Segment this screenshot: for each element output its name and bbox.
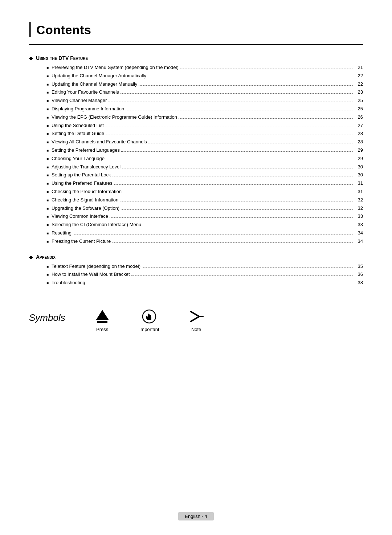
important-icon: [141, 309, 157, 324]
toc-item: ■ Updating the Channel Manager Manually …: [46, 81, 363, 88]
toc-text: Editing Your Favourite Channels 23: [52, 89, 363, 96]
symbols-label: Symbols: [29, 309, 65, 323]
toc-text: Setting the Preferred Languages 29: [52, 147, 363, 154]
svg-rect-5: [150, 315, 151, 318]
toc-bullet: ■: [46, 239, 49, 245]
toc-page: 27: [354, 122, 363, 130]
toc-text: Updating the Channel Manager Manually 22: [52, 81, 363, 88]
toc-item: ■ Adjusting the Translucency Level 30: [46, 163, 363, 171]
toc-page: 21: [354, 64, 363, 72]
note-svg: [188, 309, 204, 324]
svg-rect-4: [148, 314, 150, 318]
symbol-press: Press: [94, 309, 110, 332]
svg-rect-1: [97, 321, 107, 323]
toc-page: 22: [354, 81, 363, 88]
toc-label: How to Install the Wall Mount Bracket: [52, 271, 130, 278]
toc-label: Viewing Channel Manager: [52, 97, 107, 105]
toc-text: Troubleshooting 38: [52, 279, 363, 287]
toc-text: Selecting the CI (Common Interface) Menu…: [52, 221, 363, 229]
toc-text: Setting the Default Guide 28: [52, 130, 363, 138]
toc-bullet: ■: [46, 172, 49, 178]
symbols-section: Symbols Press: [29, 309, 363, 332]
symbol-note: Note: [188, 309, 204, 332]
toc-dots: [106, 160, 353, 160]
section-title-appendix: Appendix: [36, 254, 56, 260]
section-appendix-header: ◆ Appendix: [29, 254, 363, 260]
toc-text: Setting up the Parental Lock 30: [52, 171, 363, 179]
toc-label: Troubleshooting: [52, 279, 85, 287]
note-label: Note: [191, 327, 201, 332]
press-icon: [94, 309, 110, 324]
toc-label: Updating the Channel Manager Automatical…: [52, 72, 146, 80]
title-section: Contents: [29, 22, 363, 37]
toc-dots: [148, 77, 353, 77]
toc-bullet: ■: [46, 189, 49, 195]
toc-bullet: ■: [46, 90, 49, 95]
toc-label: Using the Scheduled List: [52, 122, 104, 130]
toc-text: Choosing Your Language 29: [52, 155, 363, 163]
toc-dots: [110, 217, 353, 218]
toc-page: 29: [354, 155, 363, 163]
toc-text: Previewing the DTV Menu System (dependin…: [52, 64, 363, 72]
section-dtv: ◆ Using the DTV Feature ■ Previewing the…: [29, 55, 363, 245]
svg-marker-0: [96, 310, 109, 320]
toc-dots: [114, 184, 353, 185]
symbol-important: Important: [139, 309, 159, 332]
toc-item: ■ Previewing the DTV Menu System (depend…: [46, 64, 363, 72]
toc-list-dtv: ■ Previewing the DTV Menu System (depend…: [29, 64, 363, 245]
toc-item: ■ Displaying Programme Information 25: [46, 105, 363, 113]
toc-page: 22: [354, 72, 363, 80]
toc-bullet: ■: [46, 197, 49, 203]
toc-dots: [112, 176, 353, 176]
toc-bullet: ■: [46, 139, 49, 145]
toc-bullet: ■: [46, 156, 49, 162]
toc-dots: [143, 226, 353, 226]
toc-dots: [179, 118, 353, 119]
toc-text: Viewing the EPG (Electronic Programme Gu…: [52, 114, 363, 121]
footer: English - 4: [0, 512, 392, 520]
toc-item: ■ Selecting the CI (Common Interface) Me…: [46, 221, 363, 229]
toc-page: 36: [354, 271, 363, 278]
toc-text: Using the Scheduled List 27: [52, 122, 363, 130]
toc-bullet: ■: [46, 148, 49, 154]
toc-item: ■ Editing Your Favourite Channels 23: [46, 89, 363, 96]
toc-item: ■ Teletext Feature (depending on the mod…: [46, 263, 363, 270]
toc-page: 32: [354, 196, 363, 204]
toc-page: 30: [354, 163, 363, 171]
toc-item: ■ Using the Preferred Features 31: [46, 180, 363, 187]
toc-text: Checking the Signal Information 32: [52, 196, 363, 204]
symbols-items: Press: [94, 309, 204, 332]
toc-dots: [123, 193, 353, 193]
toc-label: Checking the Signal Information: [52, 196, 118, 204]
toc-text: Resetting 34: [52, 229, 363, 237]
toc-dots: [139, 85, 353, 86]
toc-item: ■ Checking the Product Information 31: [46, 188, 363, 196]
toc-bullet: ■: [46, 115, 49, 121]
toc-list-appendix: ■ Teletext Feature (depending on the mod…: [29, 263, 363, 287]
toc-bullet: ■: [46, 264, 49, 270]
toc-label: Using the Preferred Features: [52, 180, 113, 187]
toc-page: 25: [354, 105, 363, 113]
toc-text: Using the Preferred Features 31: [52, 180, 363, 187]
toc-text: Adjusting the Translucency Level 30: [52, 163, 363, 171]
toc-item: ■ Viewing All Channels and Favourite Cha…: [46, 138, 363, 146]
toc-text: Viewing All Channels and Favourite Chann…: [52, 138, 363, 146]
toc-label: Teletext Feature (depending on the model…: [52, 263, 140, 270]
section-dtv-header: ◆ Using the DTV Feature: [29, 55, 363, 61]
note-icon: [188, 309, 204, 324]
toc-bullet: ■: [46, 98, 49, 104]
toc-bullet: ■: [46, 280, 49, 286]
toc-page: 34: [354, 238, 363, 245]
toc-item: ■ Setting the Preferred Languages 29: [46, 147, 363, 154]
toc-dots: [142, 268, 353, 268]
toc-item: ■ Viewing the EPG (Electronic Programme …: [46, 114, 363, 121]
toc-label: Choosing Your Language: [52, 155, 105, 163]
toc-label: Updating the Channel Manager Manually: [52, 81, 137, 88]
toc-page: 30: [354, 171, 363, 179]
toc-dots: [121, 93, 353, 94]
toc-text: Updating the Channel Manager Automatical…: [52, 72, 363, 80]
toc-label: Setting the Preferred Languages: [52, 147, 120, 154]
toc-bullet: ■: [46, 106, 49, 112]
toc-page: 28: [354, 130, 363, 138]
toc-dots: [122, 168, 353, 168]
